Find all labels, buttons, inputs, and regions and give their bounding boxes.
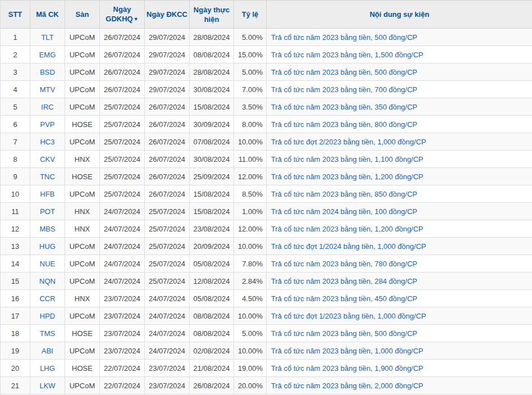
- stock-code-cell: HFB: [30, 185, 65, 203]
- event-content-cell: Trả cổ tức năm 2023 bằng tiền, 850 đồng/…: [267, 185, 532, 203]
- event-content-link[interactable]: Trả cổ tức năm 2023 bằng tiền, 1,100 đồn…: [271, 155, 423, 164]
- event-content-link[interactable]: Trả cổ tức năm 2023 bằng tiền, 450 đồng/…: [271, 294, 417, 303]
- stock-code-link[interactable]: HFB: [40, 190, 55, 198]
- stock-code-link[interactable]: CKV: [40, 155, 55, 164]
- ex-date-cell: 26/07/2024: [100, 29, 145, 46]
- exchange-cell: UPCoM: [65, 29, 100, 46]
- stock-code-link[interactable]: TMS: [40, 329, 55, 338]
- stock-code-link[interactable]: ABI: [42, 347, 53, 355]
- stock-code-link[interactable]: HUG: [39, 242, 56, 251]
- stock-code-cell: HC3: [30, 133, 65, 151]
- column-header-record-date[interactable]: Ngày ĐKCC: [145, 1, 190, 29]
- stock-code-link[interactable]: MTV: [40, 85, 55, 94]
- exec-date-cell: 15/08/2024: [190, 203, 234, 220]
- table-body: 1TLTUPCoM26/07/202429/07/202428/08/20245…: [1, 29, 532, 394]
- stt-cell: 4: [1, 81, 30, 98]
- stt-cell: 19: [1, 342, 30, 360]
- stock-code-cell: ABI: [30, 342, 65, 360]
- event-content-link[interactable]: Trả cổ tức năm 2023 bằng tiền, 2,000 đồn…: [271, 382, 423, 390]
- exec-date-cell: 30/08/2024: [190, 81, 234, 98]
- event-content-link[interactable]: Trả cổ tức năm 2023 bằng tiền, 1,000 đồn…: [271, 347, 423, 355]
- ratio-cell: 12.00%: [234, 220, 267, 238]
- event-content-link[interactable]: Trả cổ tức năm 2023 bằng tiền, 1,200 đồn…: [271, 172, 423, 181]
- record-date-cell: 29/07/2024: [145, 81, 190, 98]
- stock-code-link[interactable]: LKW: [39, 382, 55, 390]
- record-date-cell: 26/07/2024: [145, 133, 190, 151]
- ex-date-cell: 25/07/2024: [100, 116, 145, 133]
- column-header-ratio[interactable]: Tỷ lệ: [234, 1, 267, 29]
- event-content-link[interactable]: Trả cổ tức đợt 2/2023 bằng tiền, 1,000 đ…: [271, 138, 426, 146]
- stock-code-cell: BSD: [30, 63, 65, 81]
- stock-code-cell: POT: [30, 203, 65, 220]
- column-header-ex-dividend-date[interactable]: Ngày GDKHQ▼: [100, 1, 145, 29]
- event-content-link[interactable]: Trả cổ tức năm 2023 bằng tiền, 1,900 đồn…: [271, 364, 423, 373]
- stt-cell: 9: [1, 168, 30, 185]
- stock-code-link[interactable]: POT: [40, 207, 55, 216]
- table-row: 16CCRHNX23/07/202424/07/202405/08/20244.…: [1, 290, 532, 307]
- stt-cell: 20: [1, 360, 30, 377]
- event-content-cell: Trả cổ tức năm 2023 bằng tiền, 800 đồng/…: [267, 116, 532, 133]
- record-date-cell: 26/07/2024: [145, 98, 190, 116]
- record-date-cell: 26/07/2024: [145, 185, 190, 203]
- column-header-stt[interactable]: STT: [1, 1, 30, 29]
- stt-cell: 10: [1, 185, 30, 203]
- exec-date-cell: 28/08/2024: [190, 29, 234, 46]
- table-row: 4MTVUPCoM26/07/202429/07/202430/08/20247…: [1, 81, 532, 98]
- stock-code-cell: LHG: [30, 360, 65, 377]
- event-content-link[interactable]: Trả cổ tức năm 2023 bằng tiền, 850 đồng/…: [271, 190, 417, 198]
- column-header-exchange[interactable]: Sàn: [65, 1, 100, 29]
- event-content-link[interactable]: Trả cổ tức năm 2023 bằng tiền, 500 đồng/…: [271, 33, 417, 42]
- stock-code-cell: PVP: [30, 116, 65, 133]
- event-content-link[interactable]: Trả cổ tức năm 2023 bằng tiền, 780 đồng/…: [271, 260, 417, 268]
- stock-code-link[interactable]: TNC: [40, 172, 55, 181]
- ratio-cell: 7.00%: [234, 81, 267, 98]
- event-content-cell: Trả cổ tức năm 2023 bằng tiền, 500 đồng/…: [267, 29, 532, 46]
- stock-code-cell: NUE: [30, 255, 65, 273]
- column-header-stock-code[interactable]: Mã CK: [30, 1, 65, 29]
- stock-code-link[interactable]: IRC: [41, 103, 53, 111]
- event-content-link[interactable]: Trả cổ tức năm 2023 bằng tiền, 800 đồng/…: [271, 120, 417, 129]
- event-content-link[interactable]: Trả cổ tức năm 2023 bằng tiền, 284 đồng/…: [271, 277, 417, 285]
- event-content-cell: Trả cổ tức năm 2023 bằng tiền, 780 đồng/…: [267, 255, 532, 273]
- event-content-cell: Trả cổ tức năm 2023 bằng tiền, 2,000 đồn…: [267, 377, 532, 394]
- event-content-link[interactable]: Trả cổ tức năm 2023 bằng tiền, 1,500 đồn…: [271, 51, 423, 59]
- stock-code-link[interactable]: EMG: [39, 51, 56, 59]
- stt-cell: 21: [1, 377, 30, 394]
- ex-date-cell: 26/07/2024: [100, 81, 145, 98]
- column-header-execution-date[interactable]: Ngày thực hiện: [190, 1, 234, 29]
- record-date-cell: 26/07/2024: [145, 116, 190, 133]
- event-content-link[interactable]: Trả cổ tức năm 2023 bằng tiền, 700 đồng/…: [271, 85, 417, 94]
- event-content-link[interactable]: Trả cổ tức đợt 1/2023 bằng tiền, 1,000 đ…: [271, 312, 426, 320]
- stock-code-link[interactable]: LHG: [40, 364, 55, 373]
- exec-date-cell: 20/09/2024: [190, 238, 234, 255]
- event-content-link[interactable]: Trả cổ tức năm 2024 bằng tiền, 100 đồng/…: [271, 207, 417, 216]
- ratio-cell: 3.50%: [234, 98, 267, 116]
- stock-code-link[interactable]: HC3: [40, 138, 54, 146]
- table-row: 11POTHNX24/07/202425/07/202415/08/20241.…: [1, 203, 532, 220]
- stock-code-link[interactable]: NQN: [39, 277, 56, 285]
- event-content-link[interactable]: Trả cổ tức năm 2023 bằng tiền, 500 đồng/…: [271, 68, 417, 76]
- stt-cell: 15: [1, 273, 30, 290]
- stock-code-link[interactable]: BSD: [40, 68, 55, 76]
- event-content-link[interactable]: Trả cổ tức năm 2023 bằng tiền, 1,200 đồn…: [271, 225, 423, 233]
- event-content-link[interactable]: Trả cổ tức năm 2023 bằng tiền, 350 đồng/…: [271, 103, 417, 111]
- exchange-cell: HNX: [65, 220, 100, 238]
- ratio-cell: 1.00%: [234, 203, 267, 220]
- stock-code-link[interactable]: HPD: [40, 312, 55, 320]
- stock-code-link[interactable]: MBS: [39, 225, 55, 233]
- ex-date-cell: 25/07/2024: [100, 151, 145, 168]
- event-content-link[interactable]: Trả cổ tức đợt 1/2024 bằng tiền, 1,000 đ…: [271, 242, 426, 251]
- exec-date-cell: 08/08/2024: [190, 307, 234, 325]
- column-header-event-content[interactable]: Nội dung sự kiện: [267, 1, 532, 29]
- event-content-cell: Trả cổ tức năm 2023 bằng tiền, 450 đồng/…: [267, 290, 532, 307]
- exec-date-cell: 05/08/2024: [190, 290, 234, 307]
- event-content-link[interactable]: Trả cổ tức năm 2023 bằng tiền, 500 đồng/…: [271, 329, 417, 338]
- exchange-cell: HNX: [65, 290, 100, 307]
- stock-code-link[interactable]: NUE: [40, 260, 55, 268]
- stock-code-link[interactable]: CCR: [39, 294, 55, 303]
- stock-code-link[interactable]: TLT: [41, 33, 53, 42]
- event-content-cell: Trả cổ tức năm 2024 bằng tiền, 100 đồng/…: [267, 203, 532, 220]
- ratio-cell: 11.00%: [234, 151, 267, 168]
- stock-code-link[interactable]: PVP: [40, 120, 54, 129]
- ex-date-cell: 22/07/2024: [100, 377, 145, 394]
